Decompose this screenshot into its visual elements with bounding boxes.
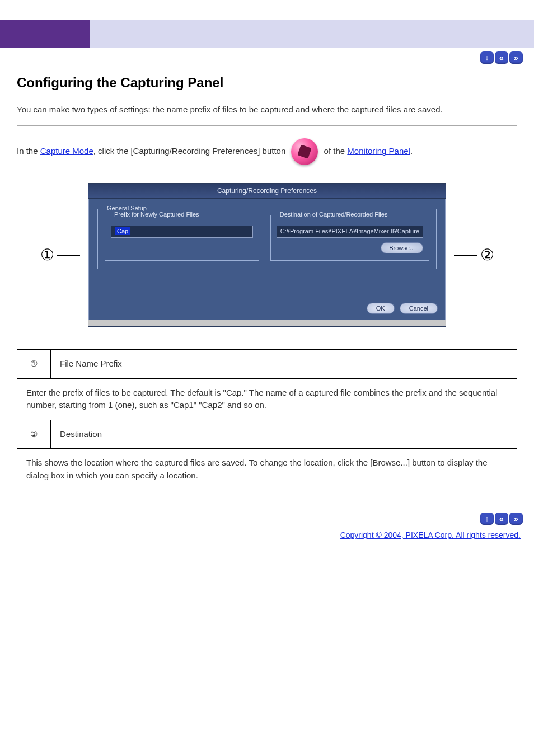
table-row: This shows the location where the captur…: [17, 449, 517, 490]
prefix-value: Cap: [115, 227, 130, 235]
preferences-dialog: Capturing/Recording Preferences General …: [88, 183, 446, 327]
monitoring-panel-link[interactable]: Monitoring Panel: [347, 146, 410, 156]
top-nav: ↓ « »: [0, 48, 534, 69]
cancel-button[interactable]: Cancel: [400, 303, 438, 314]
screenshot-figure: ① Capturing/Recording Preferences Genera…: [17, 183, 517, 327]
prefix-group-label: Prefix for Newly Captured Files: [111, 211, 203, 218]
intro-text-3: of the: [321, 146, 347, 156]
copyright-row: Copyright © 2004, PIXELA Corp. All right…: [0, 528, 534, 556]
callout-number-2: ②: [477, 246, 496, 264]
nav-next-button-bottom[interactable]: »: [509, 513, 523, 525]
dialog-footer-bar: [88, 320, 446, 326]
nav-prev-button[interactable]: «: [495, 51, 508, 64]
destination-group-label: Destination of Captured/Recorded Files: [277, 211, 391, 218]
table-row: ① File Name Prefix: [17, 350, 517, 379]
intro-text-2: , click the [Capturing/Recording Prefere…: [93, 146, 288, 156]
preferences-ball-icon: [291, 138, 318, 165]
intro-paragraph: In the Capture Mode, click the [Capturin…: [17, 138, 517, 165]
browse-button[interactable]: Browse...: [381, 242, 423, 253]
ok-button[interactable]: OK: [367, 303, 395, 314]
callout-number-1: ①: [38, 246, 57, 264]
header-right-block: [90, 20, 534, 48]
row1-description: Enter the prefix of files to be captured…: [17, 378, 517, 420]
capture-mode-link[interactable]: Capture Mode: [40, 146, 93, 156]
prefix-group: Prefix for Newly Captured Files Cap: [105, 215, 259, 261]
destination-group: Destination of Captured/Recorded Files C…: [270, 215, 429, 261]
callout-line-2: [454, 255, 477, 256]
nav-prev-button-bottom[interactable]: «: [495, 513, 508, 525]
intro-text-1: In the: [17, 146, 40, 156]
nav-down-button[interactable]: ↓: [480, 51, 494, 64]
header-bar: [0, 20, 534, 48]
definitions-table: ① File Name Prefix Enter the prefix of f…: [17, 349, 517, 490]
destination-input[interactable]: C:¥Program Files¥PIXELA¥ImageMixer II¥Ca…: [277, 226, 423, 238]
dialog-button-row: OK Cancel: [88, 281, 446, 320]
copyright-link[interactable]: Copyright © 2004, PIXELA Corp. All right…: [340, 530, 521, 539]
divider: [17, 125, 517, 126]
header-left-block: [0, 20, 90, 48]
row1-title: File Name Prefix: [51, 350, 517, 379]
bottom-nav: ↑ « »: [0, 501, 534, 528]
nav-up-button[interactable]: ↑: [480, 513, 494, 525]
general-setup-group: General Setup Prefix for Newly Captured …: [97, 209, 437, 269]
nav-next-button[interactable]: »: [509, 51, 523, 64]
intro-text-4: .: [410, 146, 413, 156]
row2-number: ②: [17, 420, 51, 449]
row2-description: This shows the location where the captur…: [17, 449, 517, 490]
prefix-input[interactable]: Cap: [111, 226, 253, 238]
page-title: Configuring the Capturing Panel: [17, 75, 517, 91]
callout-line-1: [57, 255, 80, 256]
table-row: Enter the prefix of files to be captured…: [17, 378, 517, 420]
dialog-title: Capturing/Recording Preferences: [88, 184, 446, 199]
lead-paragraph: You can make two types of settings: the …: [17, 103, 517, 116]
row1-number: ①: [17, 350, 51, 379]
table-row: ② Destination: [17, 420, 517, 449]
row2-title: Destination: [51, 420, 517, 449]
